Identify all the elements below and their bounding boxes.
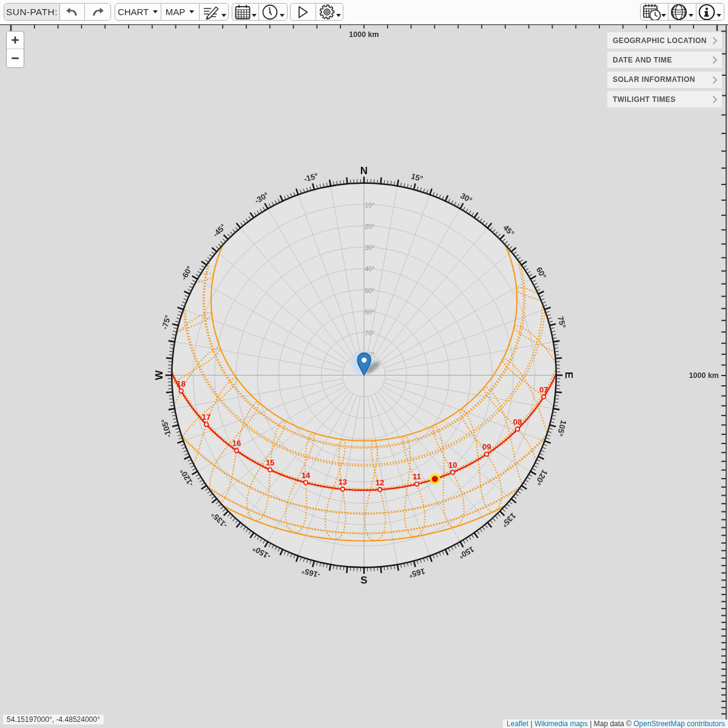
svg-text:60°: 60° <box>365 308 375 315</box>
svg-text:08: 08 <box>513 417 522 426</box>
svg-text:1000 km: 1000 km <box>349 30 379 39</box>
svg-text:-165°: -165° <box>301 566 322 580</box>
svg-text:12: 12 <box>376 478 384 487</box>
svg-text:40°: 40° <box>365 265 375 272</box>
svg-text:60°: 60° <box>534 266 548 281</box>
svg-text:N: N <box>360 165 368 177</box>
svg-text:-15°: -15° <box>303 171 319 184</box>
svg-text:50°: 50° <box>365 287 375 294</box>
svg-text:-75°: -75° <box>160 314 173 331</box>
svg-text:30°: 30° <box>459 191 474 205</box>
svg-text:150°: 150° <box>457 545 476 561</box>
svg-text:13: 13 <box>338 477 346 487</box>
svg-text:18: 18 <box>177 379 185 388</box>
svg-text:-30°: -30° <box>253 190 270 206</box>
svg-text:165°: 165° <box>408 567 426 579</box>
svg-text:S: S <box>360 575 367 586</box>
svg-text:W: W <box>153 370 165 380</box>
svg-text:105°: 105° <box>555 419 568 437</box>
svg-text:15°: 15° <box>410 172 424 184</box>
svg-text:09: 09 <box>482 442 491 451</box>
svg-text:20°: 20° <box>365 223 375 230</box>
svg-text:10°: 10° <box>365 201 375 209</box>
svg-text:11: 11 <box>413 472 421 481</box>
svg-text:14: 14 <box>302 471 311 480</box>
svg-text:10: 10 <box>448 460 457 470</box>
svg-text:70°: 70° <box>365 329 375 337</box>
svg-text:30°: 30° <box>365 244 375 251</box>
svg-text:120°: 120° <box>533 468 549 487</box>
svg-text:-60°: -60° <box>179 265 194 281</box>
svg-text:75°: 75° <box>556 315 568 329</box>
svg-text:17: 17 <box>202 413 211 422</box>
svg-text:E: E <box>563 372 575 379</box>
svg-text:1000 km: 1000 km <box>689 371 719 380</box>
svg-text:15: 15 <box>266 458 274 467</box>
svg-text:16: 16 <box>232 439 241 448</box>
svg-text:07: 07 <box>539 385 548 394</box>
svg-text:-105°: -105° <box>160 418 174 439</box>
